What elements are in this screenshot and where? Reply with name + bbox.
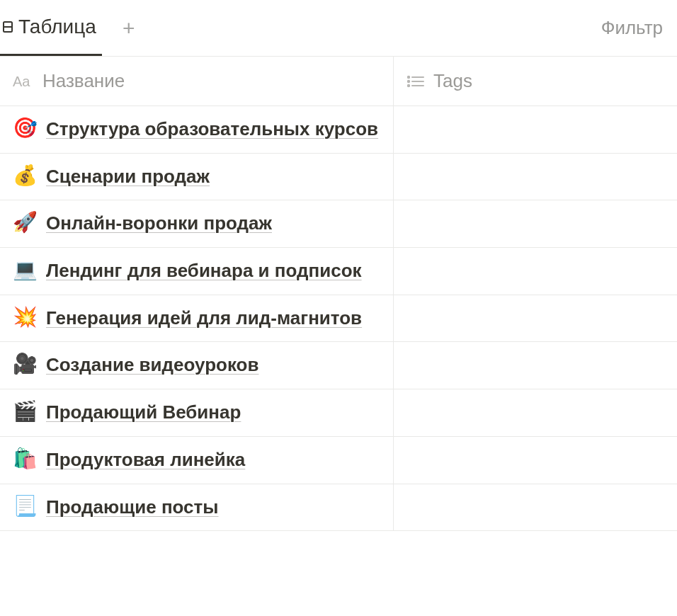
cell-name[interactable]: 🎯Структура образовательных курсов: [0, 106, 394, 153]
tabs-left: Таблица +: [0, 0, 143, 56]
row-emoji-icon: 🎯: [13, 116, 38, 138]
row-title[interactable]: Структура образовательных курсов: [46, 116, 378, 143]
row-title[interactable]: Продающий Вебинар: [46, 399, 241, 426]
tabs-bar: Таблица + Фильтр: [0, 0, 677, 57]
cell-name[interactable]: 🚀Онлайн-воронки продаж: [0, 200, 394, 247]
row-emoji-icon: 💥: [13, 305, 38, 327]
row-emoji-icon: 🚀: [13, 210, 38, 232]
table-row[interactable]: 💻Лендинг для вебинара и подписок: [0, 248, 677, 295]
table-body: 🎯Структура образовательных курсов💰Сценар…: [0, 106, 677, 531]
cell-name[interactable]: 💰Сценарии продаж: [0, 154, 394, 200]
cell-name[interactable]: 💥Генерация идей для лид-магнитов: [0, 295, 394, 342]
row-title[interactable]: Продающие посты: [46, 494, 219, 521]
column-name-label: Название: [42, 70, 125, 92]
cell-tags[interactable]: [394, 342, 677, 389]
table-row[interactable]: 🚀Онлайн-воронки продаж: [0, 200, 677, 248]
add-view-button[interactable]: +: [115, 14, 143, 42]
table-icon: [3, 18, 14, 36]
cell-tags[interactable]: [394, 154, 677, 200]
row-emoji-icon: 💰: [13, 164, 38, 186]
text-aa-icon: Aa: [13, 74, 34, 89]
row-title[interactable]: Создание видеоуроков: [46, 352, 258, 379]
row-title[interactable]: Сценарии продаж: [46, 164, 210, 190]
svg-point-7: [408, 84, 409, 86]
row-title[interactable]: Онлайн-воронки продаж: [46, 210, 272, 237]
column-tags-label: Tags: [433, 70, 472, 92]
tab-label: Таблица: [18, 16, 96, 38]
list-icon: [406, 74, 425, 89]
cell-tags[interactable]: [394, 484, 677, 531]
cell-name[interactable]: 📃Продающие посты: [0, 484, 394, 531]
cell-name[interactable]: 💻Лендинг для вебинара и подписок: [0, 248, 394, 295]
cell-tags[interactable]: [394, 200, 677, 247]
cell-tags[interactable]: [394, 248, 677, 295]
tab-table[interactable]: Таблица: [0, 0, 102, 56]
column-header-name[interactable]: Aa Название: [0, 57, 394, 105]
table-row[interactable]: 🎬Продающий Вебинар: [0, 389, 677, 437]
row-emoji-icon: 🛍️: [13, 447, 38, 469]
cell-tags[interactable]: [394, 295, 677, 342]
table-row[interactable]: 🛍️Продуктовая линейка: [0, 437, 677, 484]
row-title[interactable]: Продуктовая линейка: [46, 447, 245, 474]
table-row[interactable]: 💥Генерация идей для лид-магнитов: [0, 295, 677, 343]
svg-text:Aa: Aa: [13, 74, 30, 89]
cell-tags[interactable]: [394, 437, 677, 484]
svg-point-5: [408, 80, 409, 81]
plus-icon: +: [123, 16, 135, 40]
svg-point-3: [408, 76, 409, 77]
table-row[interactable]: 🎥Создание видеоуроков: [0, 342, 677, 389]
table-row[interactable]: 💰Сценарии продаж: [0, 154, 677, 201]
filter-button[interactable]: Фильтр: [601, 17, 663, 39]
row-emoji-icon: 💻: [13, 258, 38, 280]
row-title[interactable]: Генерация идей для лид-магнитов: [46, 305, 362, 332]
table-row[interactable]: 📃Продающие посты: [0, 484, 677, 532]
cell-name[interactable]: 🛍️Продуктовая линейка: [0, 437, 394, 484]
cell-tags[interactable]: [394, 389, 677, 436]
filter-label: Фильтр: [601, 17, 663, 38]
cell-name[interactable]: 🎬Продающий Вебинар: [0, 389, 394, 436]
table-header: Aa Название Tags: [0, 57, 677, 106]
row-emoji-icon: 🎬: [13, 399, 38, 421]
table-row[interactable]: 🎯Структура образовательных курсов: [0, 106, 677, 154]
row-emoji-icon: 📃: [13, 494, 38, 516]
row-emoji-icon: 🎥: [13, 352, 38, 374]
row-title[interactable]: Лендинг для вебинара и подписок: [46, 258, 362, 285]
column-header-tags[interactable]: Tags: [394, 57, 677, 105]
cell-name[interactable]: 🎥Создание видеоуроков: [0, 342, 394, 389]
cell-tags[interactable]: [394, 106, 677, 153]
